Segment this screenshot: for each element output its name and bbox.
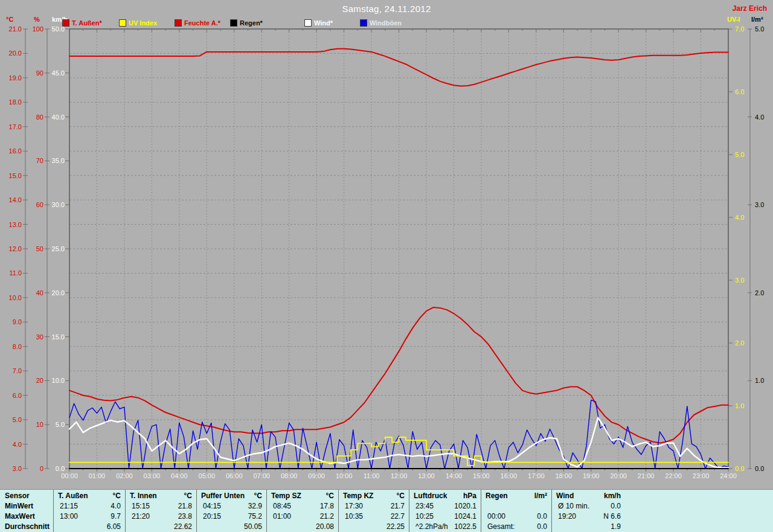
x-tick-label: 14:00 (440, 472, 467, 479)
y-tick-label: 20.0 (47, 289, 65, 296)
y-tick-label: 30 (25, 333, 43, 341)
stats-column-puffer-unten: Puffer Unten°C04:1532.920:1575.250.05 (196, 490, 267, 532)
stats-cell: 15:15 (132, 501, 150, 511)
y-tick-label: 17.0 (1, 123, 22, 130)
stats-cell: l/m² (534, 491, 547, 501)
stats-cell: Regen (486, 491, 508, 501)
y-tick-label: 7.0 (1, 367, 22, 374)
stats-row-label: Durchschnitt (5, 522, 51, 532)
stats-row-label: MinWert (5, 501, 51, 511)
y-tick-label: 25.0 (47, 245, 65, 252)
x-tick-label: 19:00 (578, 472, 605, 479)
y-tick-label: 5.0 (735, 151, 753, 158)
y-tick-label: 100 (25, 25, 43, 33)
y-tick-label: 4.0 (1, 441, 22, 448)
y-tick-label: 60 (25, 201, 43, 208)
y-tick-label: 2.0 (735, 339, 753, 347)
y-tick-label: 6.0 (735, 88, 753, 95)
stats-cell: Temp SZ (271, 491, 301, 501)
stats-row-label: Sensor (5, 491, 51, 501)
stats-column-temp-sz: Temp SZ°C08:4517.801:0021.220.08 (266, 490, 339, 532)
y-tick-label: 8.0 (1, 343, 22, 350)
y-tick-label: 6.0 (1, 392, 22, 399)
x-tick-label: 22:00 (660, 472, 687, 479)
stats-cell: 22.25 (386, 522, 405, 532)
x-tick-label: 12:00 (386, 472, 412, 479)
stats-cell: 21:20 (132, 511, 150, 522)
stats-cell: ^2.2hPa/h (415, 522, 448, 532)
x-tick-label: 13:00 (413, 472, 440, 479)
stats-cell: 6.05 (107, 522, 121, 532)
stats-cell: 75.2 (248, 511, 262, 522)
x-tick-label: 11:00 (358, 472, 385, 479)
stats-cell: 4.0 (111, 501, 121, 511)
y-tick-label: 10 (25, 421, 43, 428)
x-tick-label: 16:00 (495, 472, 522, 479)
y-tick-label: 16.0 (1, 147, 22, 155)
x-tick-label: 09:00 (303, 472, 330, 479)
stats-column-t-au-en: T. Außen°C21:154.013:009.76.05 (53, 490, 126, 532)
stats-cell: °C (113, 491, 121, 501)
stats-column-temp-kz: Temp KZ°C17:3021.710:3522.722.25 (338, 490, 409, 532)
stats-cell: 20.08 (316, 522, 334, 532)
x-tick-label: 21:00 (633, 472, 659, 479)
y-tick-label: 13.0 (1, 221, 22, 228)
y-tick-label: 14.0 (1, 196, 22, 204)
stats-cell: Wind (556, 491, 574, 501)
stats-cell: °C (184, 491, 192, 501)
stats-cell: °C (397, 491, 405, 501)
stats-cell: 19:20 (558, 511, 576, 522)
stats-cell: 23:45 (415, 501, 434, 511)
y-tick-label: 50.0 (47, 25, 65, 33)
stats-cell: 13:00 (60, 511, 78, 522)
stats-cell: 32.9 (248, 501, 262, 511)
y-tick-label: 20 (25, 377, 43, 384)
x-tick-label: 06:00 (221, 472, 248, 479)
x-tick-label: 18:00 (550, 472, 577, 479)
stats-cell: 0.0 (537, 511, 547, 522)
x-tick-label: 17:00 (523, 472, 550, 479)
stats-cell: Gesamt: (487, 522, 515, 532)
weather-chart (0, 0, 773, 488)
x-tick-label: 15:00 (468, 472, 495, 479)
y-tick-label: 0.0 (735, 465, 753, 472)
stats-cell: 21.7 (391, 501, 405, 511)
y-tick-label: 0 (25, 465, 43, 472)
y-tick-label: 2.0 (755, 289, 773, 296)
y-tick-label: 0.0 (47, 465, 65, 472)
y-tick-label: 10.0 (1, 294, 22, 301)
stats-cell: °C (326, 491, 334, 501)
stats-cell: N 6.6 (603, 511, 621, 522)
stats-column-regen: Regenl/m²00:000.0Gesamt:0.0 (481, 490, 552, 532)
stats-column-t-innen: T. Innen°C15:1521.821:2023.822.62 (125, 490, 197, 532)
stats-cell: 0.0 (611, 501, 621, 511)
x-tick-label: 00:00 (56, 472, 83, 479)
x-tick-label: 23:00 (688, 472, 714, 479)
x-tick-label: 02:00 (111, 472, 138, 479)
y-tick-label: 15.0 (1, 172, 22, 179)
stats-column-luftdruck: LuftdruckhPa23:451020.110:251024.1^2.2hP… (409, 490, 481, 532)
x-tick-label: 04:00 (166, 472, 193, 479)
y-tick-label: 7.0 (735, 25, 753, 33)
x-tick-label: 20:00 (605, 472, 632, 479)
stats-cell: Ø 10 min. (558, 501, 589, 511)
stats-cell: 50.05 (244, 522, 262, 532)
y-tick-label: 90 (25, 69, 43, 77)
app-window: Samstag, 24.11.2012 Jarz Erich °C % km/h… (0, 0, 773, 532)
stats-column-wind: Windkm/hØ 10 min.0.019:20N 6.61.9 (551, 490, 626, 532)
y-tick-label: 30.0 (47, 201, 65, 208)
stats-cell: 10:35 (345, 511, 363, 522)
y-tick-label: 5.0 (47, 421, 65, 428)
x-tick-label: 05:00 (193, 472, 220, 479)
y-tick-label: 10.0 (47, 377, 65, 384)
y-tick-label: 21.0 (1, 25, 22, 33)
stats-cell: 17:30 (345, 501, 363, 511)
stats-cell: 1024.1 (454, 511, 476, 522)
stats-cell: 1.9 (611, 522, 621, 532)
y-tick-label: 19.0 (1, 74, 22, 82)
stats-row-label: MaxWert (5, 511, 51, 522)
stats-cell: 23.8 (178, 511, 192, 522)
y-tick-label: 3.0 (755, 201, 773, 208)
y-tick-label: 50 (25, 245, 43, 252)
stats-cell: T. Außen (58, 491, 88, 501)
